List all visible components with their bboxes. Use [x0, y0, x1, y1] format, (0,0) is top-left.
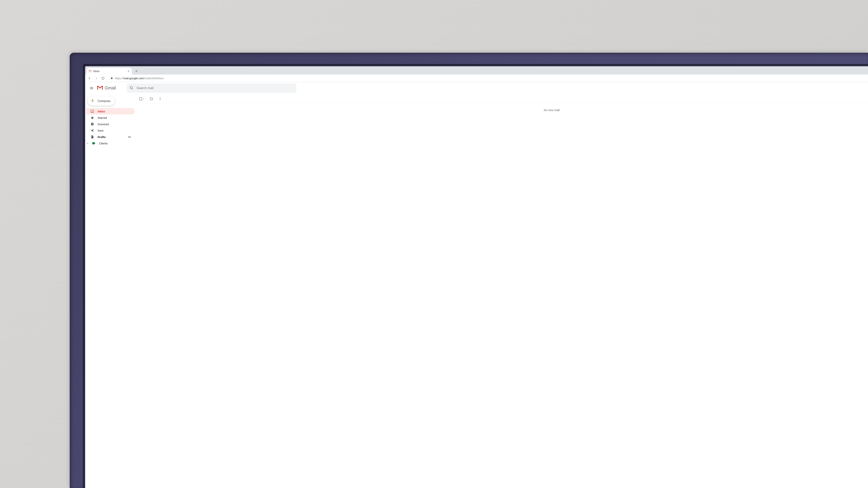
svg-point-6 — [160, 98, 160, 99]
sidebar-item-label: Starred — [98, 116, 107, 119]
sidebar-item-label: Drafts — [98, 135, 106, 138]
reload-button[interactable] — [100, 75, 106, 81]
search-bar[interactable] — [127, 84, 296, 93]
empty-inbox-message: No new mail! — [136, 103, 868, 117]
monitor-frame: Inbox × + https://mail.google.com/mail/ — [70, 53, 868, 488]
send-icon — [90, 129, 94, 132]
more-button[interactable] — [158, 97, 162, 101]
svg-rect-2 — [91, 110, 94, 112]
sidebar-item-label: Inbox — [98, 110, 105, 113]
browser-tab-active[interactable]: Inbox × — [87, 68, 132, 74]
browser-toolbar: https://mail.google.com/mail/u/0/#inbox — [85, 74, 868, 82]
svg-point-7 — [160, 100, 160, 100]
refresh-icon — [150, 97, 153, 101]
gmail-logo[interactable]: Gmail — [97, 86, 116, 91]
back-button[interactable] — [87, 75, 92, 81]
inbox-icon — [90, 109, 94, 113]
mail-main: No new mail! — [136, 94, 868, 488]
url-text: https://mail.google.com/mail/u/0/#inbox — [115, 77, 164, 80]
clock-icon — [90, 122, 94, 126]
gmail-page: Gmail — [85, 82, 868, 488]
caret-down-icon — [143, 98, 145, 100]
gmail-favicon-icon — [89, 70, 92, 73]
caret-right-icon[interactable]: ▸ — [87, 142, 90, 144]
sidebar-item-label: Sent — [98, 129, 103, 132]
refresh-button[interactable] — [150, 97, 153, 101]
sidebar-item-sent[interactable]: Sent — [86, 127, 135, 134]
compose-button[interactable]: Compose — [87, 96, 115, 106]
gmail-logo-icon — [97, 86, 103, 91]
file-icon — [90, 135, 94, 139]
sidebar-item-snoozed[interactable]: Snoozed — [86, 121, 135, 127]
select-all-checkbox[interactable] — [139, 97, 145, 101]
sidebar-item-inbox[interactable]: Inbox — [86, 108, 135, 115]
gmail-wordmark: Gmail — [105, 86, 116, 91]
new-tab-button[interactable]: + — [134, 68, 139, 74]
sidebar-item-label: Snoozed — [98, 123, 109, 126]
star-icon — [90, 116, 94, 120]
checkbox-icon — [139, 97, 143, 101]
tab-close-icon[interactable]: × — [127, 70, 130, 73]
sidebar-item-clients[interactable]: ▸ Clients — [86, 140, 136, 147]
tab-title: Inbox — [93, 70, 125, 73]
address-bar[interactable]: https://mail.google.com/mail/u/0/#inbox — [108, 75, 868, 81]
sidebar-item-drafts[interactable]: Drafts 15 — [86, 134, 135, 140]
search-input[interactable] — [136, 86, 294, 90]
sidebar: Compose Inbox Starred Snoozed — [85, 94, 136, 488]
sidebar-item-label: Clients — [99, 142, 108, 145]
main-menu-button[interactable] — [87, 84, 96, 92]
mail-toolbar — [136, 94, 868, 103]
compose-label: Compose — [98, 99, 111, 103]
sidebar-item-clients-row[interactable]: Clients — [91, 140, 111, 147]
svg-point-5 — [160, 97, 160, 98]
search-icon — [129, 86, 133, 91]
gmail-body: Compose Inbox Starred Snoozed — [85, 94, 868, 488]
gmail-header: Gmail — [85, 82, 868, 94]
drafts-count: 15 — [128, 135, 132, 138]
forward-button[interactable] — [93, 75, 99, 81]
sidebar-item-starred[interactable]: Starred — [86, 115, 135, 121]
browser-tabstrip: Inbox × + — [85, 66, 868, 74]
label-icon — [92, 141, 96, 145]
plus-icon — [90, 98, 95, 104]
svg-point-1 — [130, 86, 132, 89]
svg-rect-4 — [140, 98, 142, 100]
more-vert-icon — [158, 97, 162, 101]
lock-icon — [111, 77, 113, 80]
screen: Inbox × + https://mail.google.com/mail/ — [85, 66, 868, 488]
